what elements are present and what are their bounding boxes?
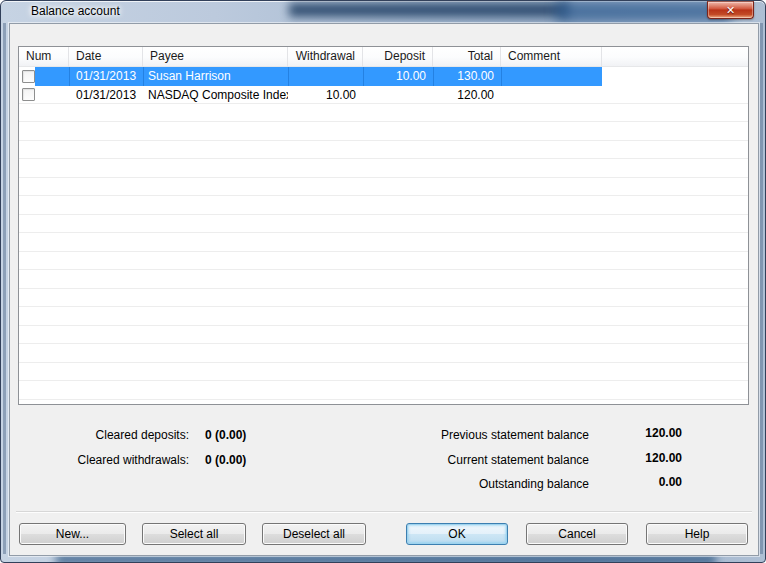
table-header: Num Date Payee Withdrawal Deposit Total … xyxy=(19,47,748,67)
cell-total: 120.00 xyxy=(433,86,501,105)
current-statement-balance-value: 120.00 xyxy=(510,451,682,466)
table-row[interactable]: 01/31/2013 NASDAQ Composite Index 10.00 … xyxy=(19,86,748,105)
new-button[interactable]: New... xyxy=(19,523,126,545)
cell-withdrawal xyxy=(288,67,363,86)
column-header-total[interactable]: Total xyxy=(433,47,501,67)
row-checkbox[interactable] xyxy=(22,70,35,83)
glass-edge-left xyxy=(3,23,6,554)
window-title: Balance account xyxy=(31,4,120,18)
cell-date: 01/31/2013 xyxy=(69,67,143,86)
transactions-table: Num Date Payee Withdrawal Deposit Total … xyxy=(18,46,749,405)
close-icon: ✕ xyxy=(726,2,735,19)
cell-total: 130.00 xyxy=(433,67,501,86)
glass-blur-decoration xyxy=(56,555,716,563)
help-button[interactable]: Help xyxy=(646,523,748,545)
cleared-withdrawals-value: 0 (0.00) xyxy=(205,453,246,468)
column-header-deposit[interactable]: Deposit xyxy=(363,47,433,67)
cancel-button[interactable]: Cancel xyxy=(526,523,628,545)
outstanding-balance-value: 0.00 xyxy=(510,475,682,490)
column-header-withdrawal[interactable]: Withdrawal xyxy=(288,47,363,67)
cell-deposit: 10.00 xyxy=(363,67,433,86)
cell-comment xyxy=(501,86,602,105)
row-checkbox[interactable] xyxy=(22,88,35,101)
cleared-withdrawals-label: Cleared withdrawals: xyxy=(10,453,189,468)
cell-payee: NASDAQ Composite Index xyxy=(143,86,288,105)
title-bar[interactable]: Balance account ✕ xyxy=(1,1,765,23)
cleared-deposits-label: Cleared deposits: xyxy=(10,428,189,443)
cleared-deposits-value: 0 (0.00) xyxy=(205,428,246,443)
glass-edge-right xyxy=(760,23,763,554)
button-area-separator xyxy=(16,511,752,513)
column-header-payee[interactable]: Payee xyxy=(143,47,288,67)
dialog-client-area: Num Date Payee Withdrawal Deposit Total … xyxy=(9,23,759,556)
close-button[interactable]: ✕ xyxy=(707,1,754,19)
cell-withdrawal: 10.00 xyxy=(288,86,363,105)
cell-date: 01/31/2013 xyxy=(69,86,143,105)
ok-button[interactable]: OK xyxy=(406,523,508,545)
select-all-button[interactable]: Select all xyxy=(142,523,246,545)
cell-payee: Susan Harrison xyxy=(143,67,288,86)
deselect-all-button[interactable]: Deselect all xyxy=(262,523,366,545)
column-header-filler xyxy=(602,47,748,67)
column-header-date[interactable]: Date xyxy=(69,47,143,67)
dialog-window: Balance account ✕ Num Date Payee Withdra… xyxy=(0,0,766,563)
cell-deposit xyxy=(363,86,433,105)
column-header-num[interactable]: Num xyxy=(19,47,69,67)
table-row-selected[interactable]: 01/31/2013 Susan Harrison 10.00 130.00 xyxy=(19,67,748,86)
table-empty-area xyxy=(19,104,748,404)
column-header-comment[interactable]: Comment xyxy=(501,47,602,67)
previous-statement-balance-value: 120.00 xyxy=(510,426,682,441)
cell-comment xyxy=(501,67,602,86)
